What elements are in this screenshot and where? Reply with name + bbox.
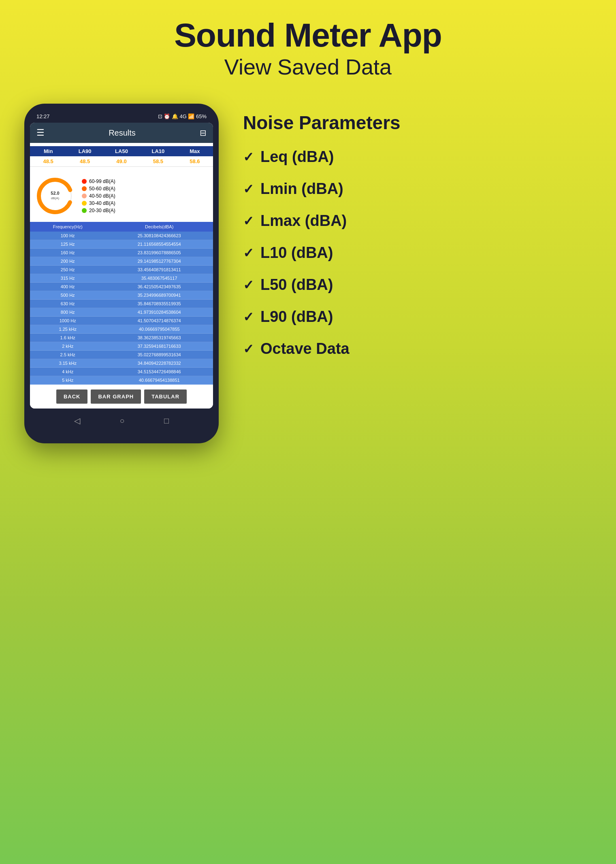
param-label: L90 (dBA) (260, 308, 333, 326)
hamburger-icon[interactable]: ☰ (36, 128, 45, 138)
stats-values: 48.5 48.5 49.0 58.5 58.6 (30, 156, 213, 167)
freq-cell: 4 kHz (30, 368, 105, 376)
legend-label-1: 60-99 dB(A) (89, 179, 115, 184)
check-mark-icon: ✓ (243, 277, 254, 293)
stat-col-min: Min (30, 146, 66, 156)
stat-col-la90: LA90 (66, 146, 103, 156)
page-header: Sound Meter App View Saved Data (174, 16, 442, 79)
stat-val-la50: 49.0 (103, 156, 140, 166)
status-time: 12:27 (36, 113, 50, 119)
freq-cell: 400 Hz (30, 283, 105, 291)
param-label: Leq (dBA) (260, 148, 334, 166)
phone-body: 12:27 ⊡ ⏰ 🔔 4G 📶 65% ☰ Results ⊟ Min LA9… (24, 104, 219, 443)
recents-nav-icon[interactable]: □ (164, 416, 169, 426)
tabular-button[interactable]: TABULAR (144, 389, 187, 404)
legend-item-3: 40-50 dB(A) (82, 193, 115, 199)
app-toolbar: ☰ Results ⊟ (30, 123, 213, 143)
table-row: 125 Hz21.116568554554554 (30, 240, 213, 249)
frequency-table: Frequency(Hz) Decibels(dBA) 100 Hz25.308… (30, 222, 213, 385)
table-row: 2 kHz37.325941681716633 (30, 342, 213, 351)
legend-dot-5 (82, 208, 87, 213)
freq-cell: 3.15 kHz (30, 359, 105, 368)
check-mark-icon: ✓ (243, 309, 254, 325)
param-label: Lmax (dBA) (260, 212, 347, 230)
check-mark-icon: ✓ (243, 245, 254, 261)
freq-cell: 5 kHz (30, 376, 105, 385)
table-row: 1000 Hz41.507043714876374 (30, 317, 213, 325)
table-row: 3.15 kHz34.840942228782332 (30, 359, 213, 368)
legend-label-5: 20-30 dB(A) (89, 208, 115, 213)
check-mark-icon: ✓ (243, 213, 254, 229)
legend-item-1: 60-99 dB(A) (82, 179, 115, 184)
param-item: ✓Lmax (dBA) (243, 212, 592, 230)
freq-cell: 1.25 kHz (30, 325, 105, 334)
freq-cell: 800 Hz (30, 308, 105, 317)
table-row: 160 Hz23.831996078886505 (30, 249, 213, 257)
app-screen: ☰ Results ⊟ Min LA90 LA50 LA10 Max 48.5 (30, 123, 213, 409)
db-col-header: Decibels(dBA) (105, 222, 213, 232)
table-row: 200 Hz29.141985127767304 (30, 257, 213, 266)
freq-cell: 100 Hz (30, 232, 105, 240)
freq-col-header: Frequency(Hz) (30, 222, 105, 232)
back-button[interactable]: BACK (56, 389, 88, 404)
gauge: 52.0 dB(A) (35, 176, 75, 216)
table-row: 315 Hz35.483067545117 (30, 274, 213, 283)
back-nav-icon[interactable]: ◁ (74, 416, 80, 426)
table-row: 1.6 kHz38.362385319745663 (30, 334, 213, 342)
db-cell: 29.141985127767304 (105, 257, 213, 266)
param-item: ✓L10 (dBA) (243, 244, 592, 262)
db-cell: 41.507043714876374 (105, 317, 213, 325)
table-row: 4 kHz34.515344726498846 (30, 368, 213, 376)
stats-header: Min LA90 LA50 LA10 Max (30, 146, 213, 156)
db-cell: 25.308108424366623 (105, 232, 213, 240)
table-row: 500 Hz35.234996689700941 (30, 291, 213, 300)
freq-cell: 500 Hz (30, 291, 105, 300)
freq-cell: 1000 Hz (30, 317, 105, 325)
params-list: ✓Leq (dBA)✓Lmin (dBA)✓Lmax (dBA)✓L10 (dB… (243, 148, 592, 358)
table-row: 1.25 kHz40.06669795047855 (30, 325, 213, 334)
freq-cell: 125 Hz (30, 240, 105, 249)
svg-text:dB(A): dB(A) (51, 196, 60, 200)
panel-title: Noise Parameters (243, 112, 592, 134)
table-row: 630 Hz35.846708935519935 (30, 300, 213, 308)
freq-cell: 160 Hz (30, 249, 105, 257)
legend-label-4: 30-40 dB(A) (89, 200, 115, 206)
db-cell: 37.325941681716633 (105, 342, 213, 351)
legend-dot-1 (82, 179, 87, 184)
param-label: L10 (dBA) (260, 244, 333, 262)
status-bar: 12:27 ⊡ ⏰ 🔔 4G 📶 65% (30, 111, 213, 123)
status-icons: ⊡ ⏰ 🔔 4G 📶 65% (158, 113, 207, 119)
right-panel: Noise Parameters ✓Leq (dBA)✓Lmin (dBA)✓L… (243, 104, 592, 372)
home-nav-icon[interactable]: ○ (119, 416, 124, 426)
db-cell: 23.831996078886505 (105, 249, 213, 257)
legend-item-2: 50-60 dB(A) (82, 186, 115, 192)
legend-dot-2 (82, 186, 87, 191)
bar-graph-button[interactable]: BAR GRAPH (91, 389, 141, 404)
db-cell: 40.66679454138851 (105, 376, 213, 385)
freq-cell: 630 Hz (30, 300, 105, 308)
phone-mockup: 12:27 ⊡ ⏰ 🔔 4G 📶 65% ☰ Results ⊟ Min LA9… (24, 104, 219, 443)
legend-item-4: 30-40 dB(A) (82, 200, 115, 206)
legend-dot-4 (82, 201, 87, 206)
stats-bar: Min LA90 LA50 LA10 Max 48.5 48.5 49.0 58… (30, 143, 213, 170)
db-cell: 35.483067545117 (105, 274, 213, 283)
phone-nav-bar: ◁ ○ □ (30, 410, 213, 431)
db-cell: 35.846708935519935 (105, 300, 213, 308)
freq-cell: 1.6 kHz (30, 334, 105, 342)
param-item: ✓Octave Data (243, 340, 592, 358)
freq-cell: 2.5 kHz (30, 351, 105, 359)
stat-val-max: 58.6 (177, 156, 213, 166)
param-label: Octave Data (260, 340, 350, 358)
param-item: ✓Lmin (dBA) (243, 180, 592, 198)
bottom-buttons: BACK BAR GRAPH TABULAR (30, 385, 213, 409)
db-cell: 34.840942228782332 (105, 359, 213, 368)
gauge-section: 52.0 dB(A) 60-99 dB(A) 50-60 dB(A) (30, 170, 213, 222)
freq-cell: 250 Hz (30, 266, 105, 274)
svg-text:52.0: 52.0 (51, 191, 59, 196)
filter-icon[interactable]: ⊟ (200, 128, 207, 138)
stat-val-la90: 48.5 (66, 156, 103, 166)
freq-cell: 315 Hz (30, 274, 105, 283)
stat-col-la50: LA50 (103, 146, 140, 156)
freq-cell: 200 Hz (30, 257, 105, 266)
check-mark-icon: ✓ (243, 149, 254, 165)
